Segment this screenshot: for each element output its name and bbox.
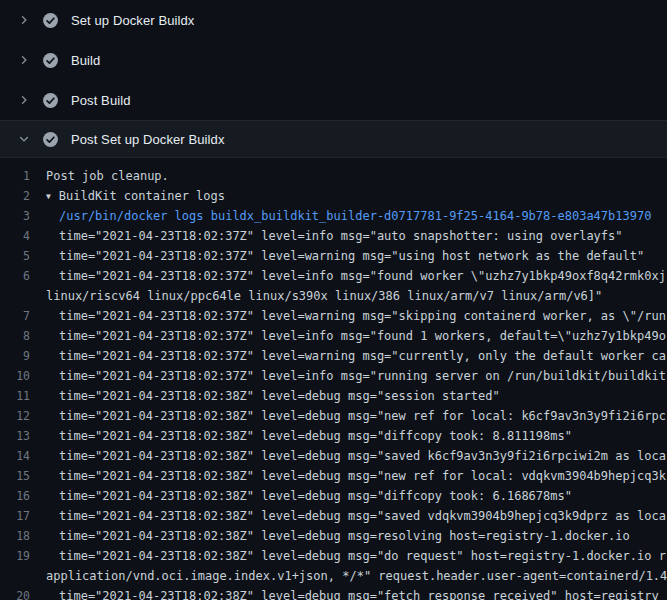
line-number[interactable]: [0, 566, 46, 586]
line-number[interactable]: 13: [0, 426, 46, 446]
log-line: 20 time="2021-04-23T18:02:38Z" level=deb…: [0, 586, 667, 600]
line-number[interactable]: 12: [0, 406, 46, 426]
line-number[interactable]: 4: [0, 226, 46, 246]
check-circle-icon: [42, 92, 59, 109]
chevron-down-icon: [18, 133, 30, 145]
group-label[interactable]: BuildKit container logs: [59, 189, 225, 203]
log-text: time="2021-04-23T18:02:37Z" level=info m…: [46, 266, 667, 286]
log-text: /usr/bin/docker logs buildx_buildkit_bui…: [46, 206, 667, 226]
section-label: Set up Docker Buildx: [71, 13, 194, 28]
line-number[interactable]: 18: [0, 526, 46, 546]
log-text: time="2021-04-23T18:02:38Z" level=debug …: [46, 446, 667, 466]
log-line: 2 ▼BuildKit container logs: [0, 186, 667, 206]
log-line: application/vnd.oci.image.index.v1+json,…: [0, 566, 667, 586]
log-text: time="2021-04-23T18:02:38Z" level=debug …: [46, 406, 667, 426]
line-number[interactable]: 20: [0, 586, 46, 600]
log-line: 8 time="2021-04-23T18:02:37Z" level=info…: [0, 326, 667, 346]
section-header-post-set-up-docker-buildx[interactable]: Post Set up Docker Buildx: [0, 120, 667, 158]
line-number[interactable]: 9: [0, 346, 46, 366]
log-text: time="2021-04-23T18:02:38Z" level=debug …: [46, 386, 667, 406]
log-text: Post job cleanup.: [46, 166, 667, 186]
log-text: time="2021-04-23T18:02:37Z" level=warnin…: [46, 346, 667, 366]
log-line: 5 time="2021-04-23T18:02:37Z" level=warn…: [0, 246, 667, 266]
line-number[interactable]: 5: [0, 246, 46, 266]
log-text: time="2021-04-23T18:02:38Z" level=debug …: [46, 506, 667, 526]
chevron-right-icon: [18, 14, 30, 26]
step-sections: Set up Docker Buildx Build Post Build Po…: [0, 0, 667, 158]
line-number[interactable]: 8: [0, 326, 46, 346]
section-label: Build: [71, 53, 100, 68]
section-header-post-build[interactable]: Post Build: [0, 80, 667, 120]
log-line: 10 time="2021-04-23T18:02:37Z" level=inf…: [0, 366, 667, 386]
chevron-right-icon: [18, 54, 30, 66]
log-text: time="2021-04-23T18:02:37Z" level=warnin…: [46, 246, 667, 266]
line-number[interactable]: [0, 286, 46, 306]
log-line: 6 time="2021-04-23T18:02:37Z" level=info…: [0, 266, 667, 286]
actions-log-viewer: Set up Docker Buildx Build Post Build Po…: [0, 0, 667, 600]
line-number[interactable]: 6: [0, 266, 46, 286]
check-circle-icon: [42, 131, 59, 148]
log-line: 7 time="2021-04-23T18:02:37Z" level=warn…: [0, 306, 667, 326]
line-number[interactable]: 2: [0, 186, 46, 206]
line-number[interactable]: 1: [0, 166, 46, 186]
log-text: time="2021-04-23T18:02:38Z" level=debug …: [46, 466, 667, 486]
log-text: time="2021-04-23T18:02:37Z" level=info m…: [46, 366, 667, 386]
section-header-set-up-docker-buildx[interactable]: Set up Docker Buildx: [0, 0, 667, 40]
log-text: ▼BuildKit container logs: [46, 186, 667, 206]
log-line: 16 time="2021-04-23T18:02:38Z" level=deb…: [0, 486, 667, 506]
section-label: Post Build: [71, 93, 131, 108]
log-text: time="2021-04-23T18:02:38Z" level=debug …: [46, 546, 667, 566]
log-text: time="2021-04-23T18:02:37Z" level=info m…: [46, 226, 667, 246]
log-line: 9 time="2021-04-23T18:02:37Z" level=warn…: [0, 346, 667, 366]
log-line: 3 /usr/bin/docker logs buildx_buildkit_b…: [0, 206, 667, 226]
section-header-build[interactable]: Build: [0, 40, 667, 80]
log-text: linux/riscv64 linux/ppc64le linux/s390x …: [46, 286, 667, 306]
group-toggle-icon[interactable]: ▼: [46, 187, 51, 206]
log-line: 15 time="2021-04-23T18:02:38Z" level=deb…: [0, 466, 667, 486]
log-text: time="2021-04-23T18:02:38Z" level=debug …: [46, 486, 667, 506]
log-line: 13 time="2021-04-23T18:02:38Z" level=deb…: [0, 426, 667, 446]
log-line: 19 time="2021-04-23T18:02:38Z" level=deb…: [0, 546, 667, 566]
chevron-right-icon: [18, 94, 30, 106]
log-text: time="2021-04-23T18:02:37Z" level=warnin…: [46, 306, 667, 326]
log-line: 17 time="2021-04-23T18:02:38Z" level=deb…: [0, 506, 667, 526]
log-line: 12 time="2021-04-23T18:02:38Z" level=deb…: [0, 406, 667, 426]
line-number[interactable]: 11: [0, 386, 46, 406]
log-text: time="2021-04-23T18:02:38Z" level=debug …: [46, 526, 667, 546]
log-line: 18 time="2021-04-23T18:02:38Z" level=deb…: [0, 526, 667, 546]
log-line: 14 time="2021-04-23T18:02:38Z" level=deb…: [0, 446, 667, 466]
log-text: time="2021-04-23T18:02:38Z" level=debug …: [46, 426, 667, 446]
log-line: 1 Post job cleanup.: [0, 166, 667, 186]
log-line: linux/riscv64 linux/ppc64le linux/s390x …: [0, 286, 667, 306]
section-label: Post Set up Docker Buildx: [71, 132, 225, 147]
log-output: 1 Post job cleanup. 2 ▼BuildKit containe…: [0, 158, 667, 600]
log-line: 11 time="2021-04-23T18:02:38Z" level=deb…: [0, 386, 667, 406]
check-circle-icon: [42, 12, 59, 29]
line-number[interactable]: 16: [0, 486, 46, 506]
line-number[interactable]: 3: [0, 206, 46, 226]
line-number[interactable]: 19: [0, 546, 46, 566]
line-number[interactable]: 14: [0, 446, 46, 466]
check-circle-icon: [42, 52, 59, 69]
line-number[interactable]: 7: [0, 306, 46, 326]
line-number[interactable]: 15: [0, 466, 46, 486]
log-text: time="2021-04-23T18:02:37Z" level=info m…: [46, 326, 667, 346]
log-line: 4 time="2021-04-23T18:02:37Z" level=info…: [0, 226, 667, 246]
log-text: time="2021-04-23T18:02:38Z" level=debug …: [46, 586, 667, 600]
line-number[interactable]: 10: [0, 366, 46, 386]
line-number[interactable]: 17: [0, 506, 46, 526]
log-text: application/vnd.oci.image.index.v1+json,…: [46, 566, 667, 586]
